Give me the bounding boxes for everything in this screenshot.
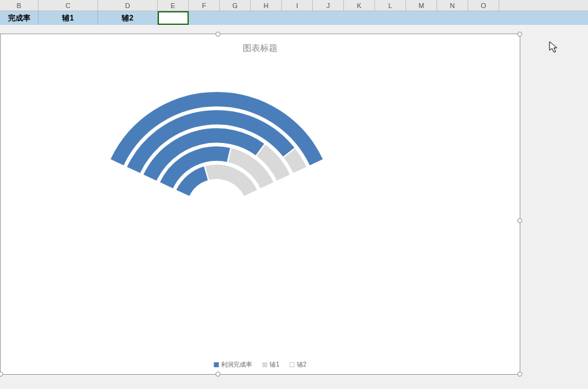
chart-legend[interactable]: 利润完成率辅1辅2	[214, 360, 306, 369]
cursor-icon	[549, 41, 560, 55]
column-header[interactable]: B	[0, 0, 38, 11]
column-header[interactable]: E	[158, 0, 189, 11]
legend-swatch	[262, 362, 267, 367]
header-cell[interactable]: 完成率	[0, 11, 38, 25]
legend-swatch	[214, 362, 219, 367]
legend-label: 利润完成率	[221, 360, 252, 369]
legend-item[interactable]: 辅2	[289, 360, 307, 369]
selection-handle[interactable]	[517, 218, 522, 223]
header-row: 完成率辅1辅2	[0, 11, 588, 25]
chart-title[interactable]: 图表标题	[1, 43, 520, 54]
selection-handle[interactable]	[215, 372, 220, 377]
selection-handle[interactable]	[517, 32, 522, 37]
legend-item[interactable]: 利润完成率	[214, 360, 252, 369]
legend-label: 辅2	[297, 360, 307, 369]
column-header[interactable]: K	[344, 0, 375, 11]
chart-plot-area[interactable]	[43, 54, 477, 340]
active-cell[interactable]	[158, 11, 189, 25]
selection-handle[interactable]	[517, 372, 522, 377]
column-header[interactable]: G	[220, 0, 251, 11]
column-header[interactable]: D	[98, 0, 158, 11]
legend-label: 辅1	[269, 360, 279, 369]
header-cell[interactable]: 辅2	[98, 11, 158, 25]
column-header[interactable]: H	[251, 0, 282, 11]
legend-item[interactable]: 辅1	[262, 360, 279, 369]
chart-object[interactable]: 图表标题 利润完成率辅1辅2	[0, 34, 520, 375]
selection-handle[interactable]	[0, 372, 3, 377]
column-header[interactable]: C	[38, 0, 98, 11]
column-header[interactable]: I	[282, 0, 313, 11]
column-header[interactable]: N	[437, 0, 468, 11]
column-header[interactable]: J	[313, 0, 344, 11]
column-headers: BCDEFGHIJKLMNO	[0, 0, 588, 11]
legend-swatch	[289, 362, 294, 367]
header-cell[interactable]: 辅1	[38, 11, 98, 25]
selection-handle[interactable]	[215, 32, 220, 37]
column-header[interactable]: F	[189, 0, 220, 11]
column-header[interactable]: L	[375, 0, 406, 11]
column-header[interactable]: M	[406, 0, 437, 11]
column-header[interactable]: O	[468, 0, 499, 11]
